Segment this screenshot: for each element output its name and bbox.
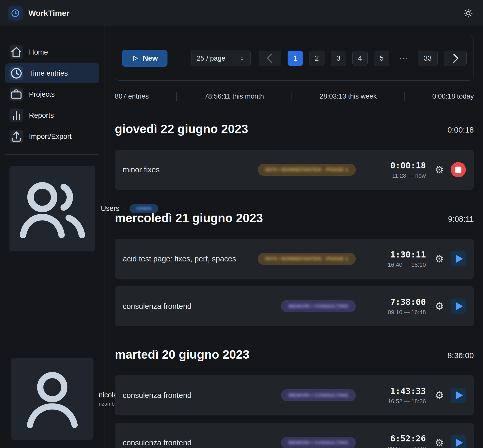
pagination-page-2[interactable]: 2	[309, 51, 324, 66]
sidebar-divider	[5, 154, 99, 155]
stats-bar: 807 entries78:56:11 this month28:03:13 t…	[115, 92, 474, 101]
time-entry-card: consulenza frontendMEMORI / CONSULTING1:…	[115, 375, 474, 415]
play-button[interactable]	[451, 435, 466, 448]
project-badge-label: MEMORI / CONSULTING	[288, 303, 348, 309]
date-group: giovedì 22 giugno 20230:00:18minor fixes…	[115, 122, 474, 190]
group-total: 9:08:11	[448, 215, 474, 225]
project-badge: INTX / BONNEFANTEN - PHASE 1	[258, 164, 356, 176]
updown-chevron-icon	[239, 55, 245, 61]
group-total: 8:36:00	[447, 351, 474, 362]
entries-toolbar: New 25 / page 12345⋯33	[115, 36, 474, 81]
entry-duration: 6:52:26	[390, 434, 426, 444]
upload-icon	[9, 130, 23, 143]
entry-time: 6:52:2609:55 — 16:48	[367, 434, 426, 448]
app-title: WorkTimer	[28, 9, 70, 18]
sidebar-item-time-entries[interactable]: Time entries	[5, 63, 99, 83]
pagination-next-button[interactable]	[444, 51, 467, 66]
main-content: New 25 / page 12345⋯33 807 entries78:56:…	[105, 26, 483, 448]
gear-icon: ⚙	[435, 253, 444, 265]
project-badge: MEMORI / CONSULTING	[281, 389, 356, 401]
entry-settings-button[interactable]: ⚙	[435, 165, 444, 175]
new-entry-button[interactable]: New	[122, 50, 167, 67]
pagination-page-1[interactable]: 1	[288, 51, 303, 66]
entry-settings-button[interactable]: ⚙	[435, 438, 444, 448]
user-profile[interactable]: nicola nzambello.dev	[0, 358, 105, 440]
group-total: 0:00:18	[447, 125, 474, 136]
entry-time: 7:38:0009:10 — 16:48	[367, 297, 426, 316]
pagination-page-5[interactable]: 5	[374, 51, 389, 66]
entry-range: 16:52 — 18:36	[388, 398, 426, 405]
date-group: mercoledì 21 giugno 20239:08:11acid test…	[115, 211, 474, 326]
gear-icon: ⚙	[435, 164, 444, 176]
pagination-page-33[interactable]: 33	[418, 51, 438, 66]
stat-separator	[292, 92, 292, 101]
sidebar-item-label: Reports	[29, 111, 54, 120]
entry-range: 09:55 — 16:48	[388, 445, 426, 448]
project-badge: MEMORI / CONSULTING	[281, 437, 356, 448]
play-button[interactable]	[451, 251, 466, 266]
gear-icon: ⚙	[435, 389, 444, 401]
entry-title: consulenza frontend	[123, 391, 281, 400]
topbar: WorkTimer	[0, 0, 483, 26]
entry-time: 1:43:3316:52 — 18:36	[367, 386, 426, 405]
play-icon	[131, 55, 139, 62]
person-icon	[11, 358, 93, 440]
page-size-select[interactable]: 25 / page	[191, 50, 251, 66]
entry-settings-button[interactable]: ⚙	[435, 301, 444, 311]
clock-logo-icon	[11, 8, 20, 18]
sidebar-item-label: Projects	[29, 90, 55, 99]
entry-time: 1:30:1116:40 — 18:10	[367, 250, 426, 268]
stat-separator	[404, 92, 405, 101]
project-badge-label: INTX / BONNEFANTEN - PHASE 1	[265, 167, 348, 173]
play-button[interactable]	[451, 388, 466, 403]
entry-range: 11:28 — now	[392, 172, 426, 179]
time-entry-card: minor fixesINTX / BONNEFANTEN - PHASE 10…	[115, 150, 474, 190]
group-date: giovedì 22 giugno 2023	[115, 122, 248, 136]
entry-time: 0:00:1811:28 — now	[367, 160, 426, 179]
date-group: martedì 20 giugno 20238:36:00consulenza …	[115, 347, 474, 448]
sidebar-item-import-export[interactable]: Import/Export	[5, 126, 99, 147]
stat-separator	[176, 92, 177, 101]
project-badge: INTX / BONNEFANTEN - PHASE 1	[258, 253, 356, 265]
project-badge-label: INTX / BONNEFANTEN - PHASE 1	[265, 256, 348, 262]
stat-item: 78:56:11 this month	[204, 92, 264, 100]
sidebar-item-users[interactable]: Users ADMIN	[5, 163, 99, 255]
pagination-page-3[interactable]: 3	[331, 51, 346, 66]
pagination: 12345⋯33	[259, 51, 467, 66]
briefcase-icon	[9, 87, 23, 101]
sun-icon	[463, 8, 473, 18]
pagination-ellipsis: ⋯	[396, 51, 411, 66]
entry-settings-button[interactable]: ⚙	[435, 390, 444, 400]
stop-button[interactable]	[451, 162, 466, 177]
group-date: martedì 20 giugno 2023	[115, 347, 249, 362]
pagination-page-4[interactable]: 4	[352, 51, 368, 66]
bar-chart-icon	[9, 109, 23, 122]
gear-icon: ⚙	[435, 437, 444, 448]
theme-toggle-button[interactable]	[461, 6, 475, 20]
sidebar-item-label: Import/Export	[29, 133, 72, 141]
gear-icon: ⚙	[435, 300, 444, 312]
sidebar-item-projects[interactable]: Projects	[5, 84, 99, 104]
sidebar-item-label: Time entries	[29, 69, 68, 77]
time-entry-card: acid test page: fixes, perf, spacesINTX …	[115, 239, 474, 279]
sidebar-item-reports[interactable]: Reports	[5, 105, 99, 125]
entry-title: acid test page: fixes, perf, spaces	[123, 255, 258, 263]
entry-settings-button[interactable]: ⚙	[435, 254, 444, 264]
group-date: mercoledì 21 giugno 2023	[115, 211, 263, 225]
pagination-prev-button[interactable]	[259, 51, 281, 66]
sidebar-item-home[interactable]: Home	[5, 42, 99, 62]
entries-list: giovedì 22 giugno 20230:00:18minor fixes…	[115, 122, 474, 448]
sidebar-item-label: Home	[29, 48, 48, 56]
sidebar-nav: HomeTime entriesProjectsReportsImport/Ex…	[0, 41, 105, 148]
time-entry-card: consulenza frontendMEMORI / CONSULTING6:…	[115, 423, 474, 448]
entry-duration: 0:00:18	[390, 160, 426, 171]
time-entry-card: consulenza frontendMEMORI / CONSULTING7:…	[115, 286, 474, 326]
stat-item: 0:00:18 today	[432, 92, 474, 100]
stat-item: 807 entries	[115, 92, 149, 100]
clock-icon	[9, 66, 23, 80]
project-badge-label: MEMORI / CONSULTING	[288, 392, 348, 398]
entry-title: minor fixes	[123, 165, 258, 174]
home-icon	[9, 45, 23, 59]
play-button[interactable]	[451, 299, 466, 314]
entry-range: 09:10 — 16:48	[388, 309, 426, 316]
